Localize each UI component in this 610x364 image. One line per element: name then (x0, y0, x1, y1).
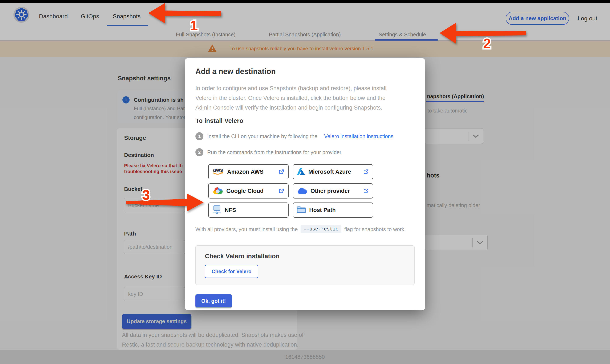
step-2-badge: 2 (195, 148, 203, 156)
check-velero-heading: Check Velero installation (205, 252, 405, 260)
check-velero-installation-box: Check Velero installation Check for Vele… (195, 245, 415, 285)
modal-intro-line: Admin Console will verify the installati… (195, 104, 382, 111)
provider-label: Host Path (309, 207, 336, 213)
use-restic-code-chip: --use-restic (300, 225, 341, 233)
restic-note-after: flag for snapshots to work. (344, 226, 406, 232)
provider-button-nfs[interactable]: NFS (208, 203, 289, 218)
external-link-icon (363, 169, 369, 175)
provider-button-grid: aws Amazon AWS Microsoft Azu (208, 164, 415, 218)
external-link-icon (278, 188, 284, 194)
provider-label: Amazon AWS (227, 169, 264, 175)
install-velero-heading: To install Velero (195, 117, 415, 124)
velero-installation-instructions-link[interactable]: Velero installation instructions (324, 133, 393, 139)
ok-got-it-button[interactable]: Ok, got it! (195, 294, 232, 307)
provider-label: NFS (225, 207, 236, 213)
restic-note: With all providers, you must install usi… (195, 225, 415, 233)
cloud-icon (297, 187, 308, 195)
external-link-icon (278, 169, 284, 175)
provider-button-host-path[interactable]: Host Path (293, 203, 373, 218)
restic-note-before: With all providers, you must install usi… (195, 226, 298, 232)
step-1-badge: 1 (195, 132, 203, 140)
provider-button-other-provider[interactable]: Other provider (293, 183, 373, 198)
external-link-icon (363, 188, 369, 194)
step-1-text: Install the CLI on your machine by follo… (207, 133, 317, 139)
modal-intro-line: Velero in the cluster. Once Velero is in… (195, 95, 386, 101)
install-step-1: 1 Install the CLI on your machine by fol… (195, 132, 415, 140)
check-for-velero-button[interactable]: Check for Velero (205, 265, 258, 278)
nfs-network-folder-icon (212, 205, 222, 215)
add-destination-modal: Add a new destination In order to config… (185, 58, 425, 310)
google-cloud-logo-icon (212, 186, 223, 195)
aws-logo-icon: aws (212, 167, 224, 177)
step-2-text: Run the commands from the instructions f… (207, 149, 341, 156)
install-step-2: 2 Run the commands from the instructions… (195, 148, 415, 156)
provider-button-amazon-aws[interactable]: aws Amazon AWS (208, 164, 289, 179)
folder-icon (297, 206, 306, 214)
provider-label: Google Cloud (226, 188, 264, 194)
modal-intro: In order to configure and use Snapshots … (195, 83, 415, 113)
provider-button-microsoft-azure[interactable]: Microsoft Azure (293, 164, 373, 179)
provider-button-google-cloud[interactable]: Google Cloud (208, 183, 289, 198)
provider-label: Microsoft Azure (308, 169, 351, 175)
provider-label: Other provider (311, 188, 350, 194)
svg-text:aws: aws (213, 167, 223, 173)
admin-console-page: Dashboard GitOps Snapshots Add a new app… (0, 0, 610, 364)
modal-title: Add a new destination (195, 67, 415, 76)
modal-intro-line: In order to configure and use Snapshots … (195, 85, 386, 91)
azure-logo-icon (297, 167, 305, 176)
